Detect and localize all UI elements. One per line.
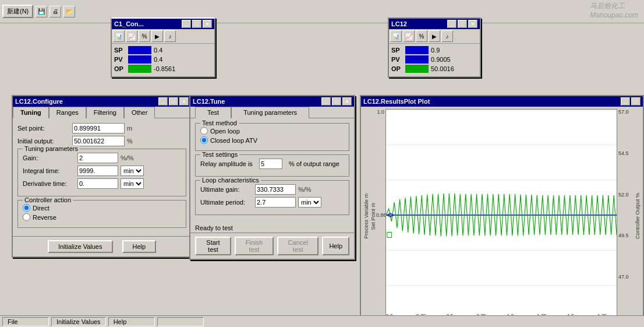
lc12-top-panel: LC12 _ □ × 📊 📈 % ▶ ♪ SP 0.9 PV 0.9005 OP… [388, 17, 481, 78]
top-toolbar: 新建(N) 💾 🖨 📂 [0, 0, 644, 23]
setpoint-input[interactable] [72, 123, 125, 133]
gain-label: Gain: [23, 154, 75, 161]
c1-tool5[interactable]: ♪ [164, 30, 176, 42]
c1-title-bar: C1_Con... _ □ × [112, 19, 214, 29]
gain-input[interactable] [77, 153, 118, 163]
status-item-1: File [2, 317, 49, 326]
lc12-top-minimize[interactable]: _ [447, 20, 457, 28]
test-method-label: Test method [200, 119, 239, 126]
tune-help-button[interactable]: Help [322, 237, 349, 255]
status-item-4 [157, 317, 204, 326]
integral-unit-select[interactable]: min [121, 166, 144, 176]
configure-close[interactable]: × [179, 97, 189, 106]
configure-help-button[interactable]: Help [122, 240, 157, 253]
finish-test-button[interactable]: Finish test [235, 237, 274, 255]
lc12-top-toolbar: 📊 📈 % ▶ ♪ [389, 29, 480, 44]
closed-loop-radio[interactable] [200, 136, 208, 144]
tab-filtering[interactable]: Filtering [86, 107, 124, 118]
lc12-op-label: OP [391, 65, 403, 72]
new-button[interactable]: 新建(N) [2, 5, 33, 18]
ultimate-gain-row: Ultimate gain: %/% [200, 184, 344, 195]
c1-tool3[interactable]: % [139, 30, 150, 42]
tab-other[interactable]: Other [124, 107, 155, 118]
start-test-button[interactable]: Start test [195, 237, 231, 255]
tune-close[interactable]: × [342, 97, 352, 106]
results-title: LC12.ResultsPlot Plot [363, 98, 430, 105]
configure-minimize[interactable]: _ [158, 97, 168, 106]
closed-loop-row: Closed loop ATV [200, 136, 344, 144]
configure-maximize[interactable]: □ [169, 97, 178, 106]
lc12-sp-label: SP [391, 47, 403, 54]
tune-minimize[interactable]: _ [321, 97, 331, 106]
open-loop-row: Open loop [200, 127, 344, 135]
results-title-bar: LC12.ResultsPlot Plot _ □ [361, 96, 643, 107]
lc12-sp-value: 0.9 [431, 47, 440, 54]
relay-amplitude-input[interactable] [259, 159, 282, 169]
results-plot-panel: LC12.ResultsPlot Plot _ □ Process Variab… [360, 95, 644, 327]
ultimate-period-unit-select[interactable]: min [298, 197, 321, 208]
c1-close[interactable]: × [203, 20, 212, 28]
ultimate-period-row: Ultimate period: min [200, 197, 344, 208]
reverse-label[interactable]: Reverse [33, 214, 56, 221]
reverse-radio[interactable] [23, 213, 30, 221]
tab-ranges[interactable]: Ranges [49, 107, 86, 118]
c1-title: C1_Con... [114, 20, 144, 27]
tune-body: Test method Open loop Closed loop ATV Te… [190, 118, 354, 223]
c1-tool1[interactable]: 📊 [113, 30, 125, 42]
y-right-3: 52.0 [618, 192, 635, 198]
lc12-top-title-bar: LC12 _ □ × [389, 19, 480, 29]
y-right-1: 57.0 [618, 109, 635, 115]
lc12-top-tool1[interactable]: 📊 [390, 30, 402, 42]
c1-op-value: -0.8561 [154, 65, 175, 72]
lc12-top-tool2[interactable]: 📈 [403, 30, 415, 42]
loop-characteristics-group: Loop characteristics Ultimate gain: %/% … [195, 180, 349, 215]
open-loop-radio[interactable] [200, 127, 208, 135]
results-maximize[interactable]: □ [631, 97, 641, 106]
tune-title: LC12.Tune [193, 98, 225, 105]
ultimate-gain-input[interactable] [255, 184, 296, 195]
tune-tab-tuning-params[interactable]: Tuning parameters [231, 107, 309, 118]
initial-output-input[interactable] [72, 136, 125, 146]
plot-svg: 0.0 0.25 0.5 0.75 1.0 1.25 1.5 1.75 [386, 110, 617, 321]
integral-input[interactable] [77, 166, 118, 176]
c1-pv-bar [128, 55, 151, 64]
tab-tuning[interactable]: Tuning [13, 107, 49, 118]
lc12-top-tool3[interactable]: % [416, 30, 427, 42]
lc12-top-maximize[interactable]: □ [458, 20, 467, 28]
c1-maximize[interactable]: □ [192, 20, 201, 28]
lc12-top-tool5[interactable]: ♪ [441, 30, 453, 42]
print-icon[interactable]: 🖨 [49, 6, 61, 17]
c1-values: SP 0.4 PV 0.4 OP -0.8561 [112, 44, 214, 76]
derivative-input[interactable] [77, 178, 118, 189]
derivative-row: Derivative time: min [23, 178, 181, 189]
ultimate-period-input[interactable] [255, 197, 296, 208]
derivative-unit-select[interactable]: min [121, 178, 144, 189]
c1-pv-value: 0.4 [154, 56, 162, 63]
c1-tool2[interactable]: 📈 [126, 30, 137, 42]
initialize-values-button[interactable]: Initialize Values [48, 240, 113, 253]
open-icon[interactable]: 📂 [63, 6, 75, 17]
lc12-top-tool4[interactable]: ▶ [429, 30, 440, 42]
closed-loop-label[interactable]: Closed loop ATV [210, 137, 257, 144]
c1-tool4[interactable]: ▶ [151, 30, 163, 42]
test-settings-group: Test settings Relay amplitude is % of ou… [195, 154, 349, 177]
initial-output-unit: % [127, 138, 133, 145]
y-left-mid: 0.86 [376, 212, 384, 218]
test-settings-label: Test settings [200, 151, 239, 158]
lc12-top-controls: _ □ × [447, 20, 477, 28]
lc12-tune-panel: LC12.Tune _ □ × Test Tuning parameters T… [189, 95, 355, 260]
results-minimize[interactable]: _ [621, 97, 630, 106]
gain-row: Gain: %/% [23, 153, 181, 163]
save-icon[interactable]: 💾 [36, 6, 47, 17]
tune-tabs-row: Test Tuning parameters [190, 107, 354, 118]
direct-radio[interactable] [23, 204, 30, 212]
direct-label[interactable]: Direct [33, 205, 49, 212]
controller-action-label: Controller action [23, 196, 73, 203]
open-loop-label[interactable]: Open loop [210, 128, 240, 135]
tune-tab-test[interactable]: Test [195, 107, 231, 118]
c1-minimize[interactable]: _ [182, 20, 191, 28]
tune-maximize[interactable]: □ [332, 97, 341, 106]
lc12-top-close[interactable]: × [468, 20, 477, 28]
cancel-test-button[interactable]: Cancel test [277, 237, 319, 255]
y-left-top: 1.0 [376, 109, 384, 115]
